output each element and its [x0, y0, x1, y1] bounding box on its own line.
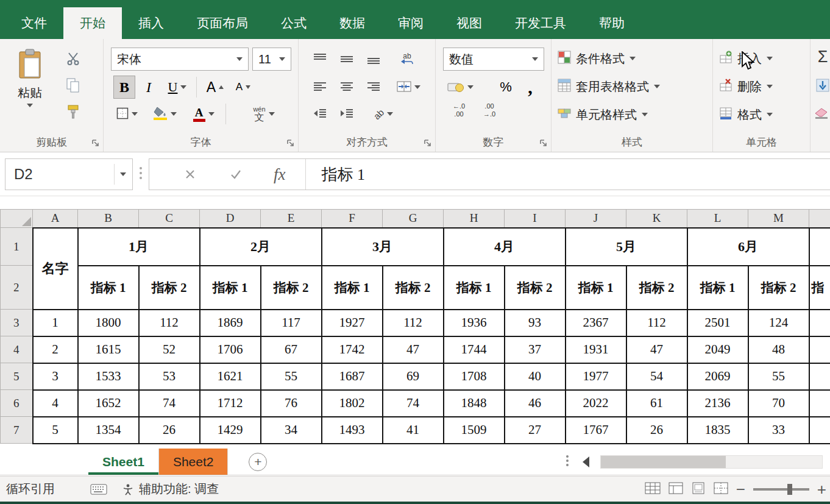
tab-file[interactable]: 文件 [5, 7, 63, 39]
col-header-F[interactable]: F [322, 210, 383, 228]
col-header-B[interactable]: B [78, 210, 139, 228]
cell-r3c2[interactable]: 1800 [78, 310, 139, 336]
tab-insert[interactable]: 插入 [122, 7, 180, 39]
font-color-button[interactable]: A [186, 102, 221, 126]
comma-style-button[interactable]: , [521, 76, 539, 99]
cell-r4c5[interactable]: 67 [261, 336, 322, 363]
align-bottom-button[interactable] [362, 48, 385, 71]
cell-r5c5[interactable]: 55 [261, 363, 322, 390]
cell-r7c12[interactable]: 1835 [687, 417, 748, 444]
row-header-7[interactable]: 7 [1, 417, 33, 444]
format-as-table-button[interactable]: 套用表格格式 [558, 74, 660, 99]
cell-r6c13[interactable]: 70 [748, 390, 809, 417]
tab-splitter-dots[interactable] [566, 455, 569, 458]
horizontal-scrollbar[interactable] [600, 455, 823, 469]
cell-month-2[interactable]: 2月 [200, 228, 322, 266]
cell-r3c5[interactable]: 117 [261, 310, 322, 336]
clear-button[interactable] [812, 102, 830, 126]
number-dialog-launcher[interactable] [539, 139, 548, 147]
font-size-select[interactable]: 11 [252, 48, 291, 71]
cell-r5c3[interactable]: 53 [139, 363, 200, 390]
cell-r5c13[interactable]: 55 [748, 363, 809, 390]
cell-r4c6[interactable]: 1742 [322, 336, 383, 363]
row-header-3[interactable]: 3 [1, 310, 33, 336]
col-header-C[interactable]: C [139, 210, 200, 228]
cell-r7c4[interactable]: 1429 [200, 417, 261, 444]
col-header-clipped[interactable] [809, 210, 830, 228]
scroll-left-icon[interactable] [583, 456, 589, 467]
cell-metric-9[interactable]: 指标 1 [566, 266, 626, 310]
paste-button[interactable]: 粘贴 [5, 45, 55, 132]
horizontal-scrollbar-thumb[interactable] [601, 456, 726, 468]
cell-r3c3[interactable]: 112 [139, 310, 200, 336]
alignment-dialog-launcher[interactable] [424, 139, 432, 147]
tab-review[interactable]: 审阅 [381, 7, 440, 39]
cell-r6c2[interactable]: 1652 [78, 390, 139, 417]
clipboard-dialog-launcher[interactable] [91, 139, 100, 147]
copy-button[interactable] [60, 76, 87, 96]
tab-view[interactable]: 视图 [440, 7, 498, 39]
col-header-L[interactable]: L [687, 210, 748, 228]
increase-decimal-button[interactable]: ←.0 .00 [445, 102, 472, 118]
cell-r7c2[interactable]: 1354 [78, 417, 139, 444]
cell-r3c8[interactable]: 1936 [444, 310, 505, 336]
cell-r5c11[interactable]: 54 [626, 363, 687, 390]
sheet-tab-sheet1[interactable]: Sheet1 [88, 449, 159, 475]
cell-r7c6[interactable]: 1493 [322, 417, 383, 444]
select-all-corner[interactable] [1, 210, 33, 228]
col-header-A[interactable]: A [33, 210, 78, 228]
cell-r6c5[interactable]: 76 [261, 390, 322, 417]
row-header-1[interactable]: 1 [1, 228, 33, 266]
zoom-slider-thumb[interactable] [787, 484, 792, 495]
cell-r4c2[interactable]: 1615 [78, 336, 139, 363]
col-header-G[interactable]: G [383, 210, 444, 228]
cell-month-4[interactable]: 4月 [444, 228, 566, 266]
cell-r3c10[interactable]: 2367 [566, 310, 626, 336]
cell-r6c4[interactable]: 1712 [200, 390, 261, 417]
cell-r6c8[interactable]: 1848 [444, 390, 505, 417]
cell-r3c9[interactable]: 93 [505, 310, 566, 336]
cell-metric-11[interactable]: 指标 1 [687, 266, 748, 310]
italic-button[interactable]: I [139, 76, 158, 99]
tab-page-layout[interactable]: 页面布局 [180, 7, 264, 39]
page-layout-view-icon[interactable] [691, 482, 706, 496]
cell-metric-2[interactable]: 指标 2 [139, 266, 200, 310]
cell-r7c1[interactable]: 5 [33, 417, 78, 444]
cell-r4c3[interactable]: 52 [139, 336, 200, 363]
decrease-decimal-button[interactable]: .00 →.0 [476, 102, 503, 118]
cell-r4c11[interactable]: 47 [626, 336, 687, 363]
cell-r6c6[interactable]: 1802 [322, 390, 383, 417]
cell-clipped-r3[interactable] [809, 310, 830, 336]
cell-r5c8[interactable]: 1708 [444, 363, 505, 390]
increase-indent-button[interactable] [335, 102, 358, 126]
cell-r6c7[interactable]: 74 [383, 390, 444, 417]
cell-metric-3[interactable]: 指标 1 [200, 266, 261, 310]
cell-r4c13[interactable]: 48 [748, 336, 809, 363]
cell-r5c4[interactable]: 1621 [200, 363, 261, 390]
orientation-button[interactable]: ab [364, 102, 402, 126]
cell-r3c12[interactable]: 2501 [687, 310, 748, 336]
align-middle-button[interactable] [335, 48, 358, 71]
col-header-J[interactable]: J [566, 210, 626, 228]
formula-input-area[interactable]: fx 指标 1 [149, 158, 830, 190]
row-header-6[interactable]: 6 [1, 390, 33, 417]
cell-r6c9[interactable]: 46 [505, 390, 566, 417]
cell-metric-6[interactable]: 指标 2 [383, 266, 444, 310]
cell-name-header[interactable]: 名字 [33, 228, 78, 310]
cell-r5c6[interactable]: 1687 [322, 363, 383, 390]
cell-r3c6[interactable]: 1927 [322, 310, 383, 336]
col-header-K[interactable]: K [626, 210, 687, 228]
normal-view-icon[interactable] [669, 482, 683, 496]
cut-button[interactable] [60, 49, 87, 69]
cell-r4c1[interactable]: 2 [33, 336, 78, 363]
cell-r7c13[interactable]: 33 [748, 417, 809, 444]
cell-r3c4[interactable]: 1869 [200, 310, 261, 336]
cell-r5c9[interactable]: 40 [505, 363, 566, 390]
cell-clipped-metric[interactable]: 指 [809, 266, 830, 310]
cell-metric-7[interactable]: 指标 1 [444, 266, 505, 310]
tab-data[interactable]: 数据 [323, 7, 381, 39]
delete-cells-button[interactable]: 删除 [719, 74, 773, 99]
insert-function-icon[interactable]: fx [274, 165, 286, 184]
align-center-button[interactable] [335, 76, 358, 99]
row-header-5[interactable]: 5 [1, 363, 33, 390]
